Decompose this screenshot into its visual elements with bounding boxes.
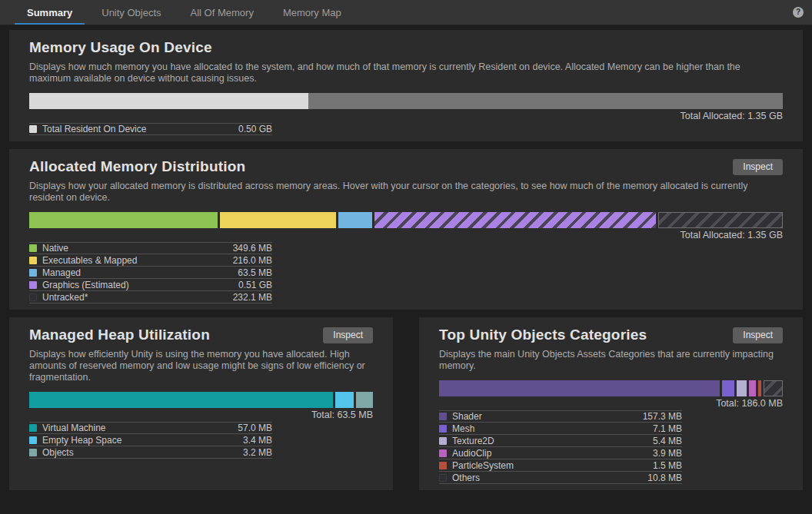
inspect-button-managed-heap-utilization[interactable]: Inspect xyxy=(323,327,373,343)
bar-segment-audioclip[interactable] xyxy=(749,380,756,396)
managed-heap-utilization-description: Displays how efficiently Unity is using … xyxy=(29,349,373,383)
top-unity-objects-categories-description: Displays the main Unity Objects Assets C… xyxy=(439,349,783,372)
legend-value: 3.4 MB xyxy=(243,435,272,446)
legend-row-objects[interactable]: Objects3.2 MB xyxy=(29,446,272,459)
legend-label: Objects xyxy=(42,447,243,458)
memory-usage-on-device-bar[interactable] xyxy=(29,93,783,109)
allocated-memory-distribution-description: Displays how your allocated memory is di… xyxy=(29,181,783,204)
bar-segment-empty-heap-space[interactable] xyxy=(335,392,354,408)
legend-swatch-virtual-machine xyxy=(29,424,37,432)
legend-value: 1.5 MB xyxy=(653,460,682,471)
managed-heap-utilization-title: Managed Heap Utilization xyxy=(29,327,210,343)
tab-memory-map-label: Memory Map xyxy=(283,7,341,18)
legend-label: Graphics (Estimated) xyxy=(42,280,238,290)
legend-swatch-empty-heap-space xyxy=(29,436,37,444)
legend-swatch-executables-mapped xyxy=(29,257,37,264)
bar-segment-untracked[interactable] xyxy=(658,212,783,228)
tab-memory-map[interactable]: Memory Map xyxy=(268,0,356,25)
legend-swatch-audioclip xyxy=(439,449,447,457)
legend-value: 5.4 MB xyxy=(653,436,682,446)
legend-row-empty-heap-space[interactable]: Empty Heap Space3.4 MB xyxy=(29,434,272,446)
bar-segment-executables-mapped[interactable] xyxy=(220,212,336,228)
legend-label: ParticleSystem xyxy=(452,460,653,471)
legend-value: 349.6 MB xyxy=(233,243,272,254)
bar-segment-managed[interactable] xyxy=(338,212,372,228)
legend-row-texture2d[interactable]: Texture2D5.4 MB xyxy=(439,435,682,447)
legend-label: AudioClip xyxy=(452,448,653,459)
legend-row-particlesystem[interactable]: ParticleSystem1.5 MB xyxy=(439,459,682,472)
legend-value: 0.51 GB xyxy=(238,280,272,290)
legend-row-audioclip[interactable]: AudioClip3.9 MB xyxy=(439,447,682,459)
total-allocated-label: Total Allocated: 1.35 GB xyxy=(29,111,783,121)
legend-row-others[interactable]: Others10.8 MB xyxy=(439,472,682,484)
bar-segment-virtual-machine[interactable] xyxy=(29,392,333,408)
legend-row-managed[interactable]: Managed63.5 MB xyxy=(29,267,272,279)
bar-segment-objects[interactable] xyxy=(356,392,373,408)
legend-swatch-total-resident-on-device xyxy=(29,125,37,133)
legend-label: Texture2D xyxy=(452,436,653,446)
legend-label: Others xyxy=(452,473,647,483)
top-unity-objects-categories-bar[interactable] xyxy=(439,380,783,396)
tab-all-of-memory[interactable]: All Of Memory xyxy=(176,0,268,25)
bar-segment-remaining-allocated[interactable] xyxy=(308,93,783,109)
managed-heap-utilization-legend: Virtual Machine57.0 MBEmpty Heap Space3.… xyxy=(29,422,272,459)
bar-segment-others[interactable] xyxy=(764,380,783,396)
tab-bar: Summary Unity Objects All Of Memory Memo… xyxy=(0,0,812,25)
tab-unity-objects-label: Unity Objects xyxy=(102,7,161,18)
allocated-memory-distribution-legend: Native349.6 MBExecutables & Mapped216.0 … xyxy=(29,242,272,303)
legend-swatch-texture2d xyxy=(439,437,447,445)
legend-row-mesh[interactable]: Mesh7.1 MB xyxy=(439,423,682,435)
legend-label: Executables & Mapped xyxy=(42,255,233,266)
legend-swatch-untracked xyxy=(29,293,37,301)
memory-usage-on-device-legend: Total Resident On Device0.50 GB xyxy=(29,123,272,135)
inspect-button-allocated-memory-distribution[interactable]: Inspect xyxy=(733,159,783,175)
legend-row-untracked[interactable]: Untracked*232.1 MB xyxy=(29,291,272,303)
legend-swatch-shader xyxy=(439,413,447,420)
bar-segment-total-resident-on-device[interactable] xyxy=(29,93,308,109)
legend-label: Total Resident On Device xyxy=(42,124,238,134)
legend-row-shader[interactable]: Shader157.3 MB xyxy=(439,410,682,423)
legend-swatch-particlesystem xyxy=(439,462,447,469)
legend-value: 3.9 MB xyxy=(653,448,682,459)
legend-label: Managed xyxy=(42,267,238,278)
bar-segment-mesh[interactable] xyxy=(722,380,734,396)
legend-swatch-graphics-estimated xyxy=(29,281,37,289)
legend-label: Empty Heap Space xyxy=(42,435,243,446)
legend-row-virtual-machine[interactable]: Virtual Machine57.0 MB xyxy=(29,422,272,434)
legend-value: 57.0 MB xyxy=(238,423,272,433)
bar-segment-graphics-estimated[interactable] xyxy=(374,212,655,228)
legend-label: Shader xyxy=(452,411,643,422)
legend-value: 3.2 MB xyxy=(243,447,272,458)
legend-swatch-managed xyxy=(29,269,37,277)
legend-value: 232.1 MB xyxy=(233,292,272,303)
legend-swatch-mesh xyxy=(439,425,447,433)
bar-segment-native[interactable] xyxy=(29,212,218,228)
help-icon[interactable]: ? xyxy=(793,7,804,18)
legend-row-total-resident-on-device[interactable]: Total Resident On Device0.50 GB xyxy=(29,123,272,135)
legend-value: 216.0 MB xyxy=(233,255,272,266)
legend-label: Virtual Machine xyxy=(42,423,238,433)
tab-all-of-memory-label: All Of Memory xyxy=(191,7,254,18)
legend-label: Mesh xyxy=(452,423,653,434)
managed-heap-utilization-bar[interactable] xyxy=(29,392,373,408)
legend-swatch-others xyxy=(439,474,447,482)
legend-swatch-objects xyxy=(29,449,37,456)
tab-summary[interactable]: Summary xyxy=(12,0,87,25)
total-allocated-label: Total Allocated: 1.35 GB xyxy=(29,230,783,240)
inspect-button-top-unity-objects-categories[interactable]: Inspect xyxy=(733,327,783,343)
section-allocated-memory-distribution: Allocated Memory Distribution Inspect Di… xyxy=(9,149,803,310)
allocated-memory-distribution-bar[interactable] xyxy=(29,212,783,228)
legend-row-graphics-estimated[interactable]: Graphics (Estimated)0.51 GB xyxy=(29,279,272,291)
section-managed-heap-utilization: Managed Heap Utilization Inspect Display… xyxy=(9,317,393,490)
legend-row-executables-mapped[interactable]: Executables & Mapped216.0 MB xyxy=(29,254,272,267)
legend-swatch-native xyxy=(29,244,37,252)
legend-value: 63.5 MB xyxy=(238,267,272,278)
memory-usage-on-device-description: Displays how much memory you have alloca… xyxy=(29,61,783,85)
summary-page: Memory Usage On Device Displays how much… xyxy=(0,25,812,499)
tab-unity-objects[interactable]: Unity Objects xyxy=(87,0,175,25)
bar-segment-texture2d[interactable] xyxy=(737,380,747,396)
legend-value: 0.50 GB xyxy=(238,124,272,134)
bar-segment-particlesystem[interactable] xyxy=(758,380,761,396)
legend-row-native[interactable]: Native349.6 MB xyxy=(29,242,272,254)
bar-segment-shader[interactable] xyxy=(439,380,720,396)
